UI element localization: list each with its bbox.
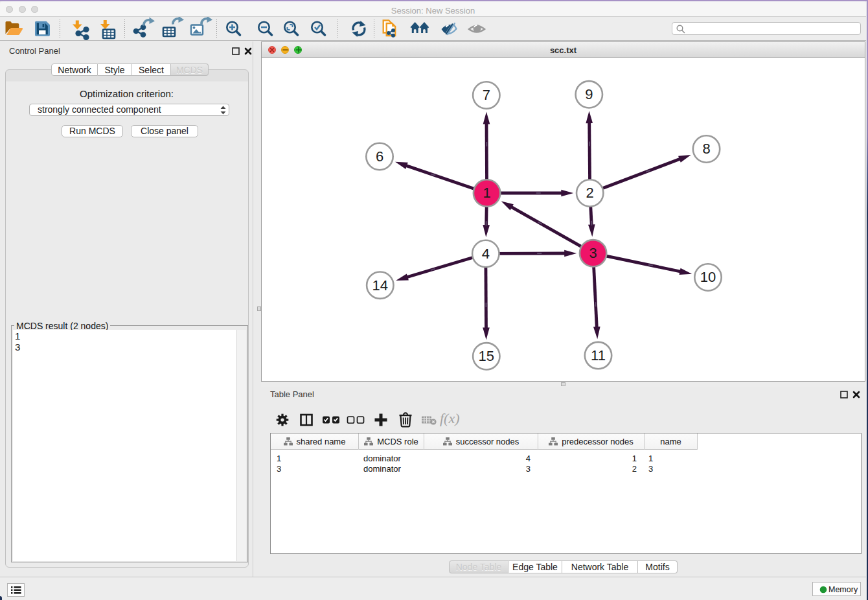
svg-text:3: 3 [589, 245, 597, 261]
svg-text:2: 2 [586, 185, 594, 201]
svg-text:7: 7 [483, 87, 490, 103]
svg-text:8: 8 [702, 141, 710, 157]
svg-text:9: 9 [585, 86, 593, 102]
svg-text:6: 6 [376, 148, 383, 165]
svg-text:10: 10 [700, 269, 716, 285]
svg-text:11: 11 [591, 347, 606, 363]
svg-text:1: 1 [483, 185, 490, 201]
svg-text:15: 15 [479, 348, 494, 364]
svg-text:4: 4 [482, 246, 490, 262]
svg-text:14: 14 [372, 277, 388, 294]
